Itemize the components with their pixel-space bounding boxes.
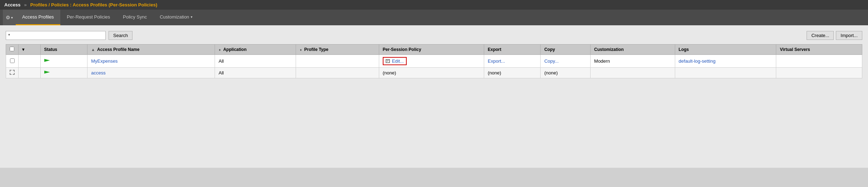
row2-dropdown-cell <box>19 68 41 78</box>
row2-profile-type-cell <box>296 68 379 78</box>
col-header-export: Export <box>484 45 541 55</box>
row2-copy-value: (none) <box>544 70 558 76</box>
row2-logs-cell <box>675 68 776 78</box>
col-header-virtual-servers: Virtual Servers <box>776 45 862 55</box>
customization-col-label: Customization <box>594 47 624 52</box>
name-col-label: Access Profile Name <box>97 47 140 52</box>
gear-arrow-icon: ▾ <box>11 16 13 20</box>
top-action-buttons: Create... Import... <box>807 31 862 40</box>
col-header-logs: Logs <box>675 45 776 55</box>
access-profiles-table: ▾ Status ▲ Access Profile Name ⬧ Applica… <box>6 44 862 78</box>
row1-export-cell: Export... <box>484 55 541 68</box>
row1-dropdown-cell <box>19 55 41 68</box>
row2-copy-cell: (none) <box>541 68 591 78</box>
row1-edit-link[interactable]: Edit... <box>392 58 404 64</box>
status-label: Status <box>44 47 57 52</box>
row1-status-cell <box>40 55 87 68</box>
row2-application-cell: All <box>215 68 296 78</box>
row1-customization-cell: Modern <box>591 55 675 68</box>
tab-customization-label: Customization <box>160 14 189 20</box>
gear-icon: ⚙ <box>6 15 10 20</box>
col-dropdown-icon: ▾ <box>22 47 24 52</box>
row1-name-link[interactable]: MyExpenses <box>91 58 117 64</box>
breadcrumb: Profiles / Policies : Access Profiles (P… <box>30 2 157 7</box>
row1-logs-link[interactable]: default-log-setting <box>679 58 716 64</box>
search-button[interactable]: Search <box>109 31 132 40</box>
profile-type-col-label: Profile Type <box>304 47 328 52</box>
row1-checkbox-cell <box>6 55 19 68</box>
virtual-servers-col-label: Virtual Servers <box>780 47 810 52</box>
gear-button[interactable]: ⚙ ▾ <box>3 10 16 25</box>
row1-customization-value: Modern <box>594 58 610 64</box>
tab-access-profiles[interactable]: Access Profiles <box>16 10 60 25</box>
app-name: Access <box>4 2 21 7</box>
row2-export-value: (none) <box>488 70 501 76</box>
col-header-status: Status <box>40 45 87 55</box>
col-header-per-session-policy: Per-Session Policy <box>379 45 484 55</box>
col-header-dropdown: ▾ <box>19 45 41 55</box>
row2-virtual-servers-cell <box>776 68 862 78</box>
row1-export-link[interactable]: Export... <box>488 58 505 64</box>
row1-copy-link[interactable]: Copy... <box>544 58 558 64</box>
breadcrumb-chevrons: » <box>24 2 27 7</box>
row2-name-link[interactable]: access <box>91 70 105 76</box>
name-sort-icon: ▲ <box>91 47 95 52</box>
row2-status-flag-icon <box>44 71 50 76</box>
profile-type-sort-icon: ⬧ <box>300 47 302 52</box>
tab-per-request-policies-label: Per-Request Policies <box>67 14 110 20</box>
tab-policy-sync[interactable]: Policy Sync <box>116 10 153 25</box>
col-header-application[interactable]: ⬧ Application <box>215 45 296 55</box>
import-button[interactable]: Import... <box>836 31 862 40</box>
row1-edit-wrapper: Edit... <box>383 57 407 65</box>
content-area: Search Create... Import... ▾ Status ▲ Ac… <box>0 25 868 168</box>
row2-customization-cell <box>591 68 675 78</box>
create-button[interactable]: Create... <box>807 31 834 40</box>
row1-virtual-servers-cell <box>776 55 862 68</box>
row2-application-value: All <box>219 70 224 76</box>
select-all-checkbox[interactable] <box>10 47 14 51</box>
row2-export-cell: (none) <box>484 68 541 78</box>
row1-application-value: All <box>219 58 224 64</box>
col-header-checkbox <box>6 45 19 55</box>
export-col-label: Export <box>488 47 501 52</box>
svg-rect-1 <box>387 60 389 61</box>
table-row: MyExpenses All Edit... <box>6 55 862 68</box>
per-session-policy-col-label: Per-Session Policy <box>383 47 421 52</box>
tab-bar: ⚙ ▾ Access Profiles Per-Request Policies… <box>0 10 868 25</box>
row1-status-flag-icon <box>44 59 50 64</box>
row1-edit-icon <box>386 59 391 63</box>
tab-per-request-policies[interactable]: Per-Request Policies <box>60 10 116 25</box>
col-header-customization: Customization <box>591 45 675 55</box>
row1-copy-cell: Copy... <box>541 55 591 68</box>
copy-col-label: Copy <box>544 47 555 52</box>
header-bar: Access » Profiles / Policies : Access Pr… <box>0 0 868 10</box>
logs-col-label: Logs <box>679 47 689 52</box>
svg-rect-2 <box>387 61 388 61</box>
tab-access-profiles-label: Access Profiles <box>22 14 54 20</box>
row1-name-cell: MyExpenses <box>87 55 215 68</box>
row2-name-cell: access <box>87 68 215 78</box>
row1-application-cell: All <box>215 55 296 68</box>
row1-logs-cell: default-log-setting <box>675 55 776 68</box>
application-sort-icon: ⬧ <box>219 47 221 52</box>
col-header-copy: Copy <box>541 45 591 55</box>
row1-profile-type-cell <box>296 55 379 68</box>
customization-arrow-icon: ▾ <box>191 15 192 19</box>
row1-checkbox[interactable] <box>10 58 15 63</box>
col-header-name[interactable]: ▲ Access Profile Name <box>87 45 215 55</box>
row2-per-session-cell: (none) <box>379 68 484 78</box>
application-col-label: Application <box>223 47 246 52</box>
row2-per-session-value: (none) <box>383 70 396 76</box>
tab-customization[interactable]: Customization ▾ <box>153 10 199 25</box>
search-input[interactable] <box>6 31 106 40</box>
table-row: access All (none) (none) (none) <box>6 68 862 78</box>
row2-checkbox-cell <box>6 68 19 78</box>
row1-per-session-cell: Edit... <box>379 55 484 68</box>
search-bar: Search Create... Import... <box>6 31 862 40</box>
col-header-profile-type[interactable]: ⬧ Profile Type <box>296 45 379 55</box>
row2-status-cell <box>40 68 87 78</box>
row2-dashed-checkbox[interactable] <box>10 70 15 75</box>
tab-policy-sync-label: Policy Sync <box>123 14 147 20</box>
